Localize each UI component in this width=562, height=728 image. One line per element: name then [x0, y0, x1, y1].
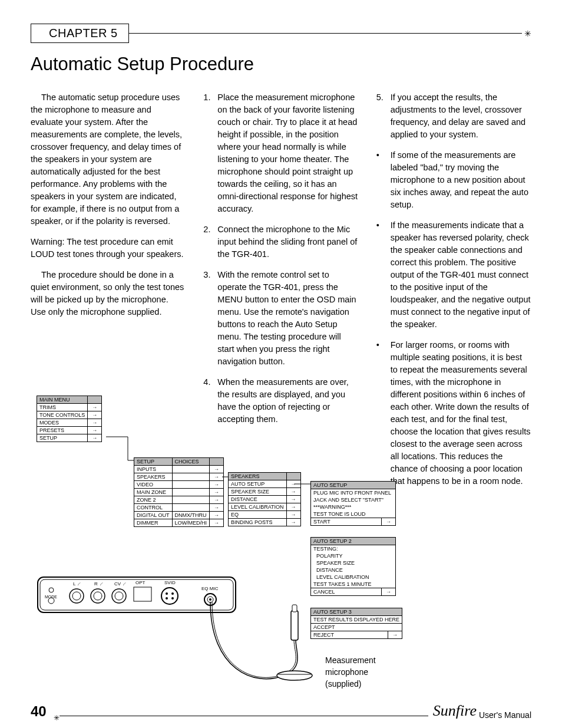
step-1: 1.Place the measurement microphone on th… — [203, 91, 358, 215]
svg-text:OPT: OPT — [135, 580, 146, 585]
svg-point-17 — [161, 588, 178, 604]
svg-point-21 — [171, 597, 174, 599]
svg-point-13 — [115, 592, 123, 600]
crop-mark-icon: ✳ — [524, 29, 531, 38]
svg-point-18 — [166, 592, 168, 595]
bullet-polarity: •If the measurements indicate that a spe… — [376, 219, 531, 331]
page-footer: 40 ✳ Sunfire User's Manual — [31, 702, 531, 720]
brand-logo: Sunfire — [433, 702, 477, 720]
svg-rect-26 — [291, 611, 298, 640]
svg-text:CV ⟋: CV ⟋ — [114, 581, 127, 587]
step-3: 3.With the remote control set to operate… — [203, 269, 358, 368]
svg-point-11 — [94, 592, 102, 600]
microphone-label: Measurement microphone (supplied) — [325, 655, 376, 690]
svg-text:MODE: MODE — [45, 595, 57, 599]
manual-label: User's Manual — [479, 710, 531, 720]
svg-text:EQ MIC: EQ MIC — [201, 586, 219, 591]
warning-paragraph: Warning: The test procedure can emit LOU… — [31, 236, 186, 261]
bullet-bad: •If some of the measurements are labeled… — [376, 149, 531, 211]
svg-point-12 — [112, 589, 126, 603]
svg-point-8 — [70, 589, 84, 603]
svg-point-9 — [72, 592, 81, 600]
page-title: Automatic Setup Procedure — [31, 54, 531, 75]
mic-cable-illustration — [207, 599, 325, 693]
chapter-header: CHAPTER 5 ✳ — [31, 24, 531, 43]
svg-rect-27 — [292, 605, 297, 612]
svg-rect-15 — [134, 587, 151, 601]
svg-point-2 — [49, 588, 54, 592]
svg-text:R ⟋: R ⟋ — [94, 581, 104, 587]
page-number: 40 — [31, 703, 47, 720]
svg-point-20 — [166, 597, 168, 599]
svg-point-28 — [277, 671, 312, 680]
procedure-note: The procedure should be done in a quiet … — [31, 269, 186, 318]
svg-text:SVID: SVID — [164, 580, 176, 585]
crop-mark-icon: ✳ — [54, 714, 59, 722]
rear-panel-illustration: MODE L ⟋ R ⟋ CV ⟋ SVID OPT EQ MIC — [37, 572, 237, 625]
svg-point-10 — [91, 589, 105, 603]
intro-paragraph: The automatic setup procedure uses the m… — [31, 91, 186, 228]
svg-text:L ⟋: L ⟋ — [73, 581, 81, 587]
svg-point-19 — [171, 592, 174, 595]
chapter-label: CHAPTER 5 — [31, 24, 129, 43]
step-5: 5.If you accept the results, the adjustm… — [376, 91, 531, 141]
menu-diagram: MAIN MENU TRIMS→ TONE CONTROLS→ MODES→ P… — [31, 390, 531, 696]
step-2: 2.Connect the microphone to the Mic inpu… — [203, 223, 358, 261]
